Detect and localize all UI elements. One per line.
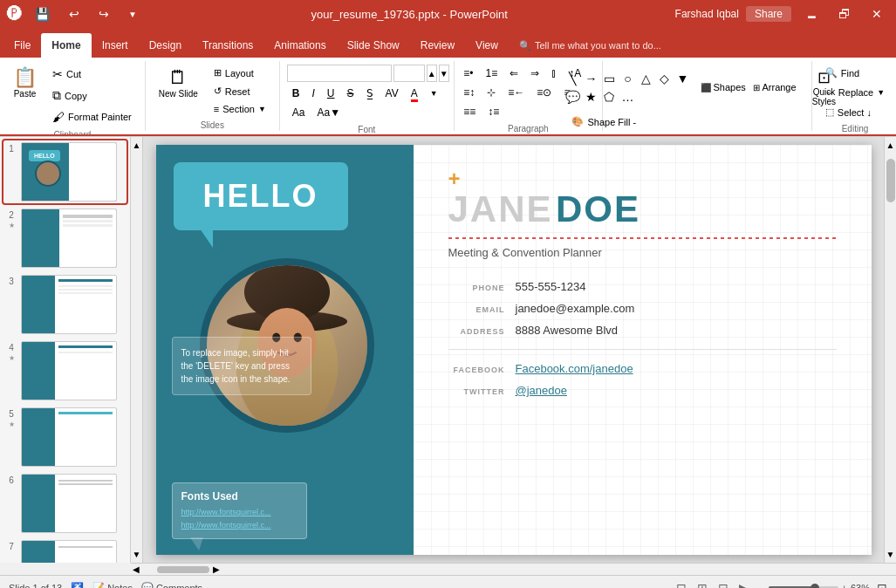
tab-animations[interactable]: Animations bbox=[263, 33, 336, 58]
share-btn[interactable]: Share bbox=[746, 6, 791, 22]
text-shadow-btn[interactable]: S̲ bbox=[361, 85, 379, 102]
h-scrollbar[interactable]: ◀ ▶ bbox=[131, 563, 896, 575]
slide-sorter-btn[interactable]: ⊞ bbox=[694, 579, 711, 589]
columns-btn[interactable]: ⫿ bbox=[546, 65, 562, 82]
facebook-value[interactable]: Facebook.com/janedoe bbox=[516, 362, 633, 375]
right-scrollbar[interactable]: ▲ ▼ bbox=[884, 137, 896, 563]
slide-panel[interactable]: 1 HELLO 2 ★ bbox=[0, 137, 131, 563]
font-size-increase-btn[interactable]: ▲ bbox=[427, 65, 437, 82]
replace-btn[interactable]: ↔ Replace ▼ bbox=[819, 85, 891, 100]
h-scroll-right-btn[interactable]: ▶ bbox=[213, 564, 220, 574]
strikethrough-btn[interactable]: S bbox=[342, 85, 359, 102]
fonts-link1[interactable]: http://www.fontsquirrel.c... bbox=[181, 506, 298, 518]
fit-slide-btn[interactable]: ⊡ bbox=[877, 581, 887, 589]
left-scrollbar[interactable]: ▲ ▼ bbox=[131, 137, 143, 563]
decrease-indent-btn[interactable]: ⇐ bbox=[504, 65, 523, 82]
scroll-up-btn[interactable]: ▲ bbox=[133, 140, 141, 150]
bullets-btn[interactable]: ≡• bbox=[458, 65, 478, 82]
shape-diamond[interactable]: ◇ bbox=[655, 70, 673, 87]
accessibility-icon[interactable]: ♿ bbox=[71, 582, 84, 589]
tell-me-input[interactable]: 🔍Tell me what you want to do... bbox=[509, 33, 672, 58]
find-btn[interactable]: 🔍 Find bbox=[819, 65, 865, 81]
slide-show-btn[interactable]: ▶ bbox=[735, 579, 752, 589]
cut-btn[interactable]: ✂ Cut bbox=[46, 65, 138, 84]
normal-view-btn[interactable]: ⊟ bbox=[673, 579, 690, 589]
zoom-handle[interactable] bbox=[811, 584, 819, 589]
fonts-used-box[interactable]: Fonts Used http://www.fontsquirrel.c... … bbox=[172, 482, 307, 539]
change-case-btn[interactable]: Aa▼ bbox=[312, 104, 346, 121]
scroll-down-right-btn[interactable]: ▼ bbox=[886, 550, 895, 559]
line-spacing-btn[interactable]: ↕≡ bbox=[482, 103, 504, 120]
slide-main[interactable]: ▲ ▼ HELLO bbox=[131, 137, 896, 563]
shape-fill-btn[interactable]: 🎨 Shape Fill - bbox=[564, 113, 660, 130]
font-family-input[interactable] bbox=[287, 65, 392, 82]
hello-bubble[interactable]: HELLO bbox=[174, 162, 348, 230]
justify-btn[interactable]: ≡≡ bbox=[458, 103, 481, 120]
font-size-input[interactable] bbox=[393, 65, 425, 82]
font-color-btn[interactable]: A bbox=[406, 85, 423, 102]
underline-btn[interactable]: U bbox=[322, 85, 340, 102]
align-left-btn[interactable]: ≡← bbox=[503, 84, 530, 101]
scroll-down-left-btn[interactable]: ▼ bbox=[133, 550, 141, 559]
italic-btn[interactable]: I bbox=[307, 85, 320, 102]
bold-btn[interactable]: B bbox=[287, 85, 305, 102]
shapes-btn[interactable]: ⬛ Shapes bbox=[694, 79, 743, 96]
shape-rect[interactable]: ▭ bbox=[600, 70, 618, 87]
slide-thumb-1[interactable]: 1 HELLO bbox=[3, 140, 127, 203]
char-spacing-btn[interactable]: AV bbox=[380, 85, 404, 102]
slide-thumb-3[interactable]: 3 bbox=[3, 273, 127, 336]
close-btn[interactable]: ✕ bbox=[865, 5, 889, 23]
font-color-arrow-btn[interactable]: ▼ bbox=[425, 85, 443, 102]
slide-thumb-5[interactable]: 5 ★ bbox=[3, 406, 127, 468]
right-scroll-thumb[interactable] bbox=[886, 159, 895, 202]
shape-arrow[interactable]: → bbox=[582, 70, 599, 87]
shape-triangle[interactable]: △ bbox=[637, 70, 654, 87]
notes-btn[interactable]: 📝 Notes bbox=[92, 582, 133, 588]
minimize-btn[interactable]: 🗕 bbox=[798, 5, 824, 23]
undo-btn[interactable]: ↩ bbox=[62, 5, 86, 23]
slide-right-section[interactable]: + JANE DOE Meeting & Convention Planner … bbox=[414, 145, 872, 555]
reset-btn[interactable]: ↺ Reset bbox=[208, 83, 272, 99]
shape-down-arrow[interactable]: ▼ bbox=[674, 70, 691, 87]
reading-view-btn[interactable]: ⊡ bbox=[715, 579, 732, 589]
slide-canvas[interactable]: HELLO bbox=[156, 145, 872, 555]
format-painter-btn[interactable]: 🖌 Format Painter bbox=[46, 107, 138, 126]
layout-btn[interactable]: ⊞ Layout bbox=[208, 65, 272, 81]
shape-more[interactable]: … bbox=[619, 88, 636, 106]
copy-btn[interactable]: ⧉ Copy bbox=[46, 85, 138, 106]
redo-btn[interactable]: ↪ bbox=[92, 5, 116, 23]
shape-star[interactable]: ★ bbox=[582, 88, 599, 106]
scroll-up-right-btn[interactable]: ▲ bbox=[886, 140, 895, 150]
align-text-btn[interactable]: ≡↕ bbox=[458, 84, 480, 101]
arrange-btn[interactable]: ⊞ Arrange bbox=[747, 79, 794, 96]
tab-home[interactable]: Home bbox=[41, 33, 91, 58]
tab-design[interactable]: Design bbox=[139, 33, 192, 58]
shape-oval[interactable]: ○ bbox=[619, 70, 636, 87]
zoom-in-btn[interactable]: + bbox=[842, 583, 847, 589]
twitter-value[interactable]: @janedoe bbox=[516, 384, 567, 397]
customize-qat-btn[interactable]: ▼ bbox=[121, 8, 144, 21]
section-btn[interactable]: ≡ Section ▼ bbox=[208, 101, 272, 117]
clear-format-btn[interactable]: Aa bbox=[287, 104, 311, 121]
zoom-out-btn[interactable]: − bbox=[759, 583, 764, 589]
slide-thumb-6[interactable]: 6 bbox=[3, 472, 127, 535]
font-size-decrease-btn[interactable]: ▼ bbox=[439, 65, 449, 82]
slide-left-section[interactable]: HELLO bbox=[156, 145, 414, 555]
slide-thumb-7[interactable]: 7 bbox=[3, 538, 127, 563]
select-btn[interactable]: ⬚ Select ↓ bbox=[819, 104, 878, 120]
comments-btn[interactable]: 💬 Comments bbox=[141, 582, 202, 588]
tab-transitions[interactable]: Transitions bbox=[192, 33, 263, 58]
tab-file[interactable]: File bbox=[3, 33, 41, 58]
new-slide-btn[interactable]: 🗒 New Slide bbox=[153, 65, 204, 102]
convert-smartart-btn[interactable]: ⊹ bbox=[482, 84, 501, 101]
tab-view[interactable]: View bbox=[465, 33, 509, 58]
fonts-link2[interactable]: http://www.fontsquirrel.c... bbox=[181, 519, 298, 531]
increase-indent-btn[interactable]: ⇒ bbox=[525, 65, 544, 82]
paste-btn[interactable]: 📋 Paste bbox=[7, 65, 43, 102]
shape-outline-btn[interactable]: ▭ Shape Outline - bbox=[564, 132, 660, 136]
shape-line[interactable]: ╲ bbox=[564, 70, 581, 87]
restore-btn[interactable]: 🗗 bbox=[831, 5, 858, 23]
h-scroll-thumb[interactable] bbox=[157, 566, 209, 573]
h-scroll-left-btn[interactable]: ◀ bbox=[133, 564, 140, 574]
tab-slideshow[interactable]: Slide Show bbox=[337, 33, 410, 58]
